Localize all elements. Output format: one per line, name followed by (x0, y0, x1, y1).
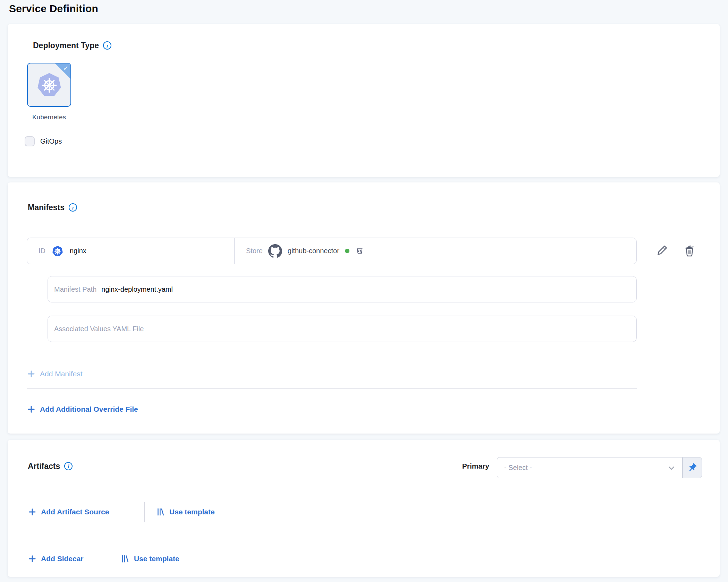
service-definition-page: Service Definition Deployment Type i ✓ (0, 0, 728, 582)
gitops-label: GitOps (40, 137, 62, 145)
use-template-artifact-label: Use template (169, 508, 215, 516)
kubernetes-icon (51, 245, 64, 258)
deployment-type-header: Deployment Type i (33, 40, 111, 51)
artifacts-heading: Artifacts (28, 462, 60, 471)
manifest-id-label: ID (39, 247, 45, 255)
add-manifest-button[interactable]: Add Manifest (27, 367, 83, 381)
add-override-file-button[interactable]: Add Additional Override File (27, 402, 138, 416)
status-dot (345, 249, 349, 253)
code-repo-icon (355, 246, 364, 256)
manifest-path-input[interactable]: Manifest Path nginx-deployment.yaml (48, 276, 637, 302)
page-title: Service Definition (9, 3, 98, 15)
pin-icon (687, 463, 697, 473)
manifests-card: Manifests i ID nginx (8, 182, 720, 434)
primary-artifact-select[interactable]: - Select - (497, 457, 683, 478)
template-library-icon (121, 554, 130, 563)
manifest-id-cell: ID nginx (27, 238, 235, 264)
plus-icon (27, 369, 36, 378)
info-icon[interactable]: i (103, 41, 111, 50)
add-sidecar-button[interactable]: Add Sidecar (28, 552, 84, 566)
pin-primary-artifact-button[interactable] (683, 457, 702, 478)
link-divider (144, 502, 145, 522)
gitops-checkbox[interactable] (25, 136, 35, 146)
manifest-path-value: nginx-deployment.yaml (101, 285, 173, 293)
deployment-type-card: Deployment Type i ✓ Kubernetes GitOps (8, 24, 720, 177)
primary-select-placeholder: - Select - (504, 464, 667, 472)
deployment-type-tile-label: Kubernetes (17, 113, 82, 121)
edit-pencil-icon (655, 244, 669, 258)
deployment-type-heading: Deployment Type (33, 41, 99, 50)
use-template-sidecar-label: Use template (134, 555, 179, 563)
values-yaml-input[interactable]: Associated Values YAML File (48, 316, 637, 342)
manifest-list-divider (27, 354, 637, 354)
use-template-sidecar-button[interactable]: Use template (121, 552, 179, 566)
add-manifest-label: Add Manifest (40, 370, 83, 378)
template-library-icon (156, 507, 165, 516)
manifests-header: Manifests i (28, 202, 77, 213)
add-artifact-source-button[interactable]: Add Artifact Source (28, 505, 109, 519)
primary-artifact-label: Primary (441, 462, 489, 470)
chevron-down-icon (667, 463, 676, 472)
gitops-row: GitOps (25, 136, 62, 146)
info-icon[interactable]: i (69, 203, 77, 212)
manifest-row[interactable]: ID nginx Store (27, 238, 637, 264)
manifest-path-label: Manifest Path (54, 285, 96, 293)
delete-manifest-button[interactable] (682, 243, 697, 258)
use-template-artifact-button[interactable]: Use template (156, 505, 215, 519)
deployment-type-tile-kubernetes[interactable]: ✓ (27, 63, 71, 107)
plus-icon (28, 554, 37, 563)
override-section-divider (27, 388, 637, 389)
manifests-heading: Manifests (28, 203, 65, 212)
add-override-file-label: Add Additional Override File (40, 405, 138, 413)
manifest-store-value: github-connector (288, 247, 339, 255)
edit-manifest-button[interactable] (654, 243, 669, 258)
info-icon[interactable]: i (64, 462, 73, 470)
manifest-id-value: nginx (70, 247, 86, 255)
add-artifact-source-label: Add Artifact Source (41, 508, 109, 516)
artifacts-header: Artifacts i (28, 461, 73, 472)
plus-icon (27, 405, 36, 414)
link-divider (109, 549, 109, 569)
github-icon (268, 244, 282, 258)
trash-icon (683, 244, 696, 258)
manifest-store-label: Store (246, 247, 263, 255)
values-yaml-placeholder: Associated Values YAML File (54, 325, 144, 333)
check-icon: ✓ (63, 65, 68, 72)
plus-icon (28, 507, 37, 516)
artifacts-card: Artifacts i Primary - Select - Add Artif… (8, 440, 720, 577)
add-sidecar-label: Add Sidecar (41, 555, 84, 563)
manifest-store-cell: Store github-connector (235, 238, 636, 264)
